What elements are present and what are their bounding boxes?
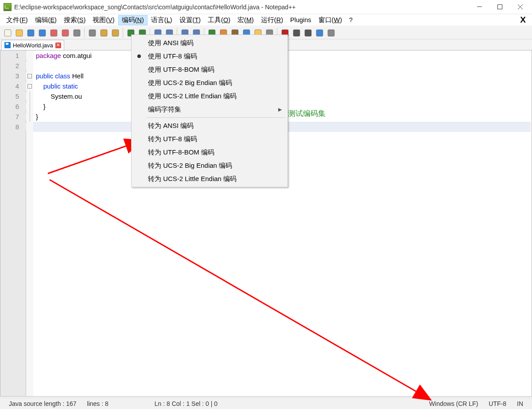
line-number: 4 — [0, 82, 26, 90]
encoding-option[interactable]: 使用 UCS-2 Big Endian 编码 — [133, 76, 286, 89]
save-all-button[interactable] — [37, 27, 47, 38]
line-number: 6 — [0, 103, 26, 110]
encoding-option[interactable]: 使用 UCS-2 Little Endian 编码 — [133, 89, 286, 103]
cut-button[interactable] — [87, 27, 97, 38]
menu-item-label: 转为 UCS-2 Big Endian 编码 — [148, 162, 232, 170]
titlebar: E:\eclipse-workspace\workspace_song\Cont… — [0, 0, 532, 14]
encoding-convert-option[interactable]: 转为 UTF-8-BOM 编码 — [133, 146, 286, 159]
play-multi-button[interactable] — [314, 27, 325, 38]
encoding-convert-option[interactable]: 转为 UCS-2 Little Endian 编码 — [133, 172, 286, 185]
menu-item-label: 转为 UTF-8 编码 — [148, 135, 197, 143]
code-text: package com.atgui — [33, 52, 92, 59]
status-eol: Windows (CR LF) — [424, 400, 483, 407]
code-text: } — [33, 113, 38, 120]
minimize-button[interactable] — [469, 0, 489, 14]
encoding-option[interactable]: 使用 UTF-8 编码 — [133, 50, 286, 63]
status-encoding: UTF-8 — [483, 400, 512, 407]
status-lines: lines : 8 — [82, 400, 114, 407]
encoding-option[interactable]: 编码字符集▶ — [133, 103, 286, 116]
menubar: 文件(F)编辑(E)搜索(S)视图(V)编码(N)语言(L)设置(T)工具(O)… — [0, 14, 532, 26]
menu-item-label: 使用 UTF-8 编码 — [148, 52, 197, 61]
copy-button[interactable] — [98, 27, 109, 38]
svg-rect-24 — [293, 30, 300, 36]
save-button[interactable] — [25, 27, 36, 38]
code-text: public class Hell — [33, 72, 84, 80]
open-button[interactable] — [14, 27, 24, 38]
menu-f[interactable]: 文件(F) — [3, 15, 31, 25]
annotation-text: 测试编码集 — [288, 108, 326, 119]
fold-marker[interactable] — [26, 112, 33, 122]
fold-marker[interactable] — [26, 91, 33, 101]
svg-rect-10 — [112, 30, 119, 36]
line-number: 8 — [0, 123, 26, 131]
mdi-close-button[interactable]: X — [516, 15, 529, 25]
play-button[interactable] — [303, 27, 313, 38]
menu-e[interactable]: 编辑(E) — [31, 15, 60, 25]
menu-item-label: 使用 UCS-2 Big Endian 编码 — [148, 79, 232, 87]
menu-?[interactable]: ? — [346, 15, 356, 24]
encoding-convert-option[interactable]: 转为 ANSI 编码 — [133, 119, 286, 132]
svg-rect-25 — [305, 30, 311, 36]
menu-o[interactable]: 工具(O) — [204, 15, 234, 25]
status-insert-mode: IN — [512, 400, 528, 407]
tab-close-icon[interactable]: ✕ — [55, 42, 61, 48]
close-all-button[interactable] — [60, 27, 70, 38]
encoding-convert-option[interactable]: 转为 UTF-8 编码 — [133, 132, 286, 146]
code-text: System.ou — [33, 93, 82, 100]
tab-label: HelloWorld.java — [13, 42, 53, 49]
svg-rect-7 — [74, 30, 80, 36]
status-length: Java source length : 167 — [4, 400, 82, 407]
menu-item-label: 编码字符集 — [148, 105, 181, 114]
bullet-icon — [137, 54, 141, 58]
encoding-menu: 使用 ANSI 编码使用 UTF-8 编码使用 UTF-8-BOM 编码使用 U… — [131, 35, 288, 187]
line-number: 3 — [0, 72, 26, 80]
menu-item-label: 使用 UTF-8-BOM 编码 — [148, 66, 214, 74]
stop-button[interactable] — [291, 27, 302, 38]
menu-w[interactable]: 窗口(W) — [315, 15, 346, 25]
svg-rect-0 — [497, 5, 502, 9]
menu-s[interactable]: 搜索(S) — [60, 15, 89, 25]
encoding-option[interactable]: 使用 UTF-8-BOM 编码 — [133, 63, 286, 76]
menu-item-label: 转为 UTF-8-BOM 编码 — [148, 148, 214, 157]
svg-rect-5 — [50, 30, 57, 36]
menu-t[interactable]: 设置(T) — [176, 15, 205, 25]
svg-rect-9 — [101, 30, 107, 36]
menu-l[interactable]: 语言(L) — [148, 15, 176, 25]
line-number: 5 — [0, 93, 26, 100]
close-button[interactable] — [48, 27, 59, 38]
code-text: } — [33, 103, 46, 110]
fold-marker[interactable]: - — [26, 84, 33, 89]
encoding-option[interactable]: 使用 ANSI 编码 — [133, 36, 286, 50]
fold-marker[interactable] — [26, 101, 33, 112]
svg-rect-6 — [62, 30, 69, 36]
print-button[interactable] — [71, 27, 82, 38]
close-button[interactable] — [510, 0, 530, 14]
encoding-convert-option[interactable]: 转为 UCS-2 Big Endian 编码 — [133, 159, 286, 172]
menu-plugins[interactable]: Plugins — [287, 15, 315, 24]
menu-item-label: 使用 ANSI 编码 — [148, 39, 194, 47]
svg-rect-1 — [4, 30, 11, 36]
tab-helloworld[interactable]: HelloWorld.java ✕ — [1, 40, 64, 50]
line-number: 1 — [0, 52, 26, 59]
maximize-button[interactable] — [489, 0, 510, 14]
menu-item-label: 转为 ANSI 编码 — [148, 122, 194, 130]
menu-v[interactable]: 视图(V) — [89, 15, 118, 25]
save-macro-button[interactable] — [326, 27, 336, 38]
line-number: 2 — [0, 62, 26, 69]
window-title: E:\eclipse-workspace\workspace_song\Cont… — [14, 4, 469, 11]
save-icon — [4, 42, 11, 48]
new-button[interactable] — [2, 27, 13, 38]
menu-m[interactable]: 宏(M) — [234, 15, 257, 25]
svg-rect-27 — [328, 30, 334, 36]
menu-r[interactable]: 运行(R) — [257, 15, 287, 25]
status-caret: Ln : 8 Col : 1 Sel : 0 | 0 — [149, 400, 223, 407]
code-text: public static — [33, 82, 78, 90]
svg-rect-26 — [316, 30, 323, 36]
menu-n[interactable]: 编码(N) — [118, 15, 148, 25]
fold-marker[interactable]: - — [26, 74, 33, 78]
svg-rect-3 — [27, 30, 34, 36]
menu-item-label: 转为 UCS-2 Little Endian 编码 — [148, 175, 237, 183]
paste-button[interactable] — [110, 27, 120, 38]
statusbar: Java source length : 167 lines : 8 Ln : … — [0, 397, 532, 409]
line-number: 7 — [0, 113, 26, 120]
